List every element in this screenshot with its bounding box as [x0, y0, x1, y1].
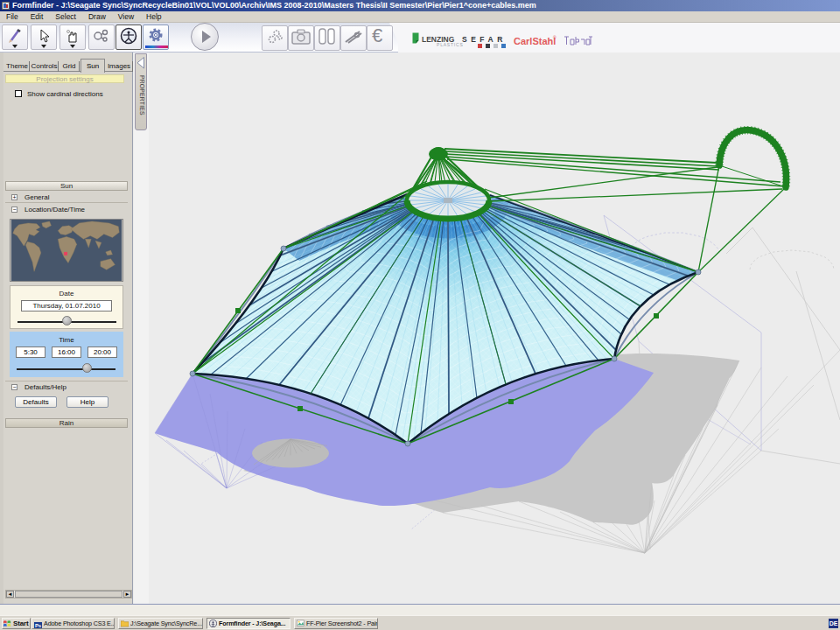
- svg-text:€: €: [372, 27, 382, 46]
